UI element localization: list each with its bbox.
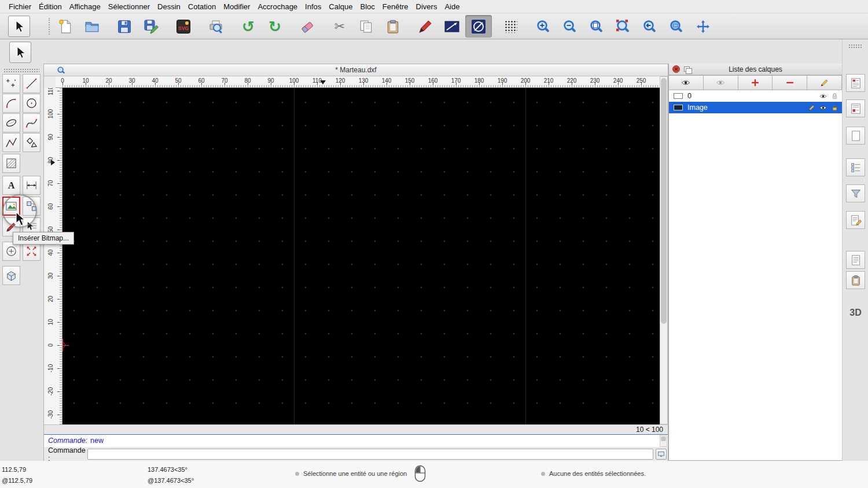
menu-divers[interactable]: Divers xyxy=(416,2,437,11)
zoom-previous-button[interactable] xyxy=(637,15,663,38)
lock-gray-icon[interactable] xyxy=(831,93,838,100)
zoom-pan-button[interactable] xyxy=(690,15,716,38)
mouse-indicator-icon xyxy=(414,465,426,482)
cursor-icon xyxy=(13,46,27,60)
vruler-label: 90 xyxy=(47,134,54,140)
hruler-label: 50 xyxy=(175,77,181,84)
export-svg-button[interactable]: SVG xyxy=(170,15,197,38)
command-history-scrollbar[interactable] xyxy=(660,435,667,447)
dock-drag-handle[interactable] xyxy=(848,44,862,48)
document-title-bar: * Marteau.dxf xyxy=(44,64,668,76)
new-document-button[interactable] xyxy=(52,15,79,38)
menu-bar: FichierÉditionAffichageSélectionnerDessi… xyxy=(0,0,868,13)
toggle-clipboard-panel-button[interactable] xyxy=(846,271,865,289)
zoom-out-button[interactable] xyxy=(557,15,583,38)
vruler-label: 80 xyxy=(47,157,54,163)
scrollbar-thumb[interactable] xyxy=(661,78,667,324)
draw-polygon-tool[interactable] xyxy=(23,133,41,152)
remove-layer-button[interactable] xyxy=(772,75,807,90)
open-file-button[interactable] xyxy=(79,15,105,38)
draw-text-tool[interactable]: A xyxy=(2,176,20,195)
show-all-layers-button[interactable] xyxy=(668,75,704,90)
redo-button[interactable]: ↻ xyxy=(262,15,288,38)
draw-point-tool[interactable] xyxy=(2,74,20,93)
toggle-layer-list-button[interactable] xyxy=(846,74,865,92)
toggle-script-panel-button[interactable] xyxy=(846,251,865,269)
undock-panel-button[interactable] xyxy=(684,66,690,72)
line-attributes-button[interactable] xyxy=(439,15,465,38)
draw-polyline-tool[interactable] xyxy=(2,133,20,152)
menu-dessin[interactable]: Dessin xyxy=(157,2,181,11)
horizontal-ruler: 0102030405060708090100110120130140150160… xyxy=(56,76,660,88)
draw-solid-tool[interactable] xyxy=(2,266,20,285)
palette-drag-handle[interactable] xyxy=(3,68,39,72)
eye-icon[interactable] xyxy=(819,93,827,100)
save-button[interactable] xyxy=(111,15,138,38)
menu-bloc[interactable]: Bloc xyxy=(360,2,374,11)
remove-entity-button[interactable] xyxy=(294,15,321,38)
toggle-draft-mode-button[interactable] xyxy=(465,15,492,38)
cut-button[interactable]: ✂ xyxy=(326,15,353,38)
eye-white-icon[interactable] xyxy=(819,104,827,112)
layer-row-image[interactable]: Image xyxy=(669,102,842,113)
pencil-icon[interactable] xyxy=(808,104,815,112)
close-panel-button[interactable] xyxy=(672,65,680,73)
menu-calque[interactable]: Calque xyxy=(329,2,352,11)
layers-panel: Liste des calques 0Image xyxy=(668,64,842,461)
zoom-redraw-button[interactable] xyxy=(610,15,637,38)
draw-dimension-tool[interactable] xyxy=(23,176,41,195)
menu-affichage[interactable]: Affichage xyxy=(69,2,101,11)
menu-edition[interactable]: Édition xyxy=(39,2,62,11)
toggle-view-list-button[interactable] xyxy=(846,127,865,145)
zoom-auto-button[interactable] xyxy=(583,15,610,38)
draw-ellipse-tool[interactable] xyxy=(2,113,20,132)
menu-modifier[interactable]: Modifier xyxy=(223,2,250,11)
zoom-window-button[interactable] xyxy=(663,15,690,38)
menu-fichier[interactable]: Fichier xyxy=(9,2,31,11)
vruler-label: -30 xyxy=(47,411,54,419)
toggle-block-list-button[interactable] xyxy=(846,99,865,117)
command-detach-button[interactable] xyxy=(656,449,667,460)
undo-button[interactable]: ↺ xyxy=(235,15,262,38)
vruler-label: 30 xyxy=(47,272,54,279)
document-title: * Marteau.dxf xyxy=(335,66,376,74)
draw-hatch-tool[interactable] xyxy=(2,154,20,173)
layer-row-0[interactable]: 0 xyxy=(669,90,842,102)
menu-selectionner[interactable]: Sélectionner xyxy=(108,2,150,11)
panel-red2-icon xyxy=(850,103,862,114)
add-layer-button[interactable] xyxy=(738,75,773,90)
drawing-canvas[interactable] xyxy=(62,88,660,424)
vertical-scrollbar[interactable] xyxy=(660,76,668,424)
menu-infos[interactable]: Infos xyxy=(305,2,321,11)
menu-fenetre[interactable]: Fenêtre xyxy=(382,2,409,11)
draw-line-tool[interactable] xyxy=(23,74,41,93)
toggle-property-editor-button[interactable] xyxy=(846,158,865,176)
menu-cotation[interactable]: Cotation xyxy=(188,2,216,11)
paste-button[interactable] xyxy=(380,15,406,38)
toggle-3d-button[interactable]: 3D xyxy=(846,304,865,321)
copy-button[interactable] xyxy=(353,15,380,38)
text-icon: A xyxy=(5,179,17,191)
hruler-label: 170 xyxy=(451,77,461,84)
toggle-command-line-button[interactable] xyxy=(846,211,865,229)
save-as-button[interactable] xyxy=(138,15,164,38)
menu-aide[interactable]: Aide xyxy=(444,2,459,11)
draw-spline-tool[interactable] xyxy=(23,113,41,132)
mag-page-icon xyxy=(589,19,604,34)
folder-icon xyxy=(84,19,100,34)
major-gridline xyxy=(294,88,295,424)
selection-tool-button[interactable] xyxy=(8,16,30,37)
zoom-in-button[interactable] xyxy=(530,15,557,38)
hide-all-layers-button[interactable] xyxy=(703,75,738,90)
print-preview-button[interactable] xyxy=(203,15,229,38)
command-input[interactable] xyxy=(87,449,653,460)
palette-selection-button[interactable] xyxy=(9,42,31,63)
pen-attributes-button[interactable] xyxy=(412,15,439,38)
draw-arc-tool[interactable] xyxy=(2,94,20,113)
grid-toggle-button[interactable] xyxy=(498,15,524,38)
draw-circle-tool[interactable] xyxy=(23,94,41,113)
toggle-selection-filter-button[interactable] xyxy=(846,184,865,202)
edit-layer-button[interactable] xyxy=(807,75,842,90)
lock-yellow-icon[interactable] xyxy=(831,104,838,112)
menu-accrochage[interactable]: Accrochage xyxy=(258,2,297,11)
